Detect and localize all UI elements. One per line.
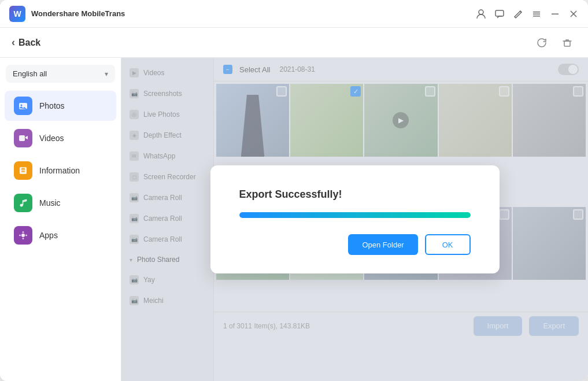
sidebar: English all ▾ Photos Videos Informat: [0, 58, 121, 381]
svg-rect-8: [564, 41, 570, 46]
dialog-buttons: Open Folder OK: [348, 234, 470, 255]
ok-button[interactable]: OK: [425, 234, 471, 255]
svg-rect-4: [533, 16, 540, 17]
svg-rect-5: [552, 13, 559, 14]
svg-point-18: [23, 231, 24, 233]
sidebar-item-information[interactable]: Information: [5, 156, 116, 186]
svg-point-17: [21, 234, 25, 237]
videos-icon: [14, 129, 32, 147]
back-button[interactable]: ‹ Back: [12, 36, 40, 49]
delete-icon[interactable]: [558, 34, 576, 52]
refresh-icon[interactable]: [532, 34, 551, 52]
minimize-icon[interactable]: [550, 9, 560, 19]
progress-bar-track: [239, 212, 471, 218]
svg-rect-14: [21, 171, 25, 172]
app-logo: W: [9, 6, 25, 22]
svg-rect-13: [21, 169, 25, 171]
svg-point-0: [479, 10, 483, 14]
profile-icon[interactable]: [476, 9, 486, 19]
app-window: W Wondershare MobileTrans ‹: [0, 0, 588, 381]
right-panel: ▶ Videos 📷 Screenshots ◎ Live Photos ◈ D…: [121, 58, 588, 381]
information-icon: [14, 161, 32, 180]
apps-icon: [14, 226, 32, 245]
close-icon[interactable]: [568, 9, 579, 19]
apps-label: Apps: [39, 231, 58, 240]
svg-rect-2: [533, 12, 540, 13]
progress-bar-fill: [239, 212, 471, 218]
back-arrow-icon: ‹: [12, 36, 15, 49]
main-content: English all ▾ Photos Videos Informat: [0, 58, 588, 381]
sub-header: ‹ Back: [0, 28, 588, 58]
music-icon: [14, 194, 32, 212]
music-label: Music: [39, 198, 61, 208]
sidebar-item-videos[interactable]: Videos: [5, 123, 116, 153]
app-title: Wondershare MobileTrans: [31, 9, 476, 18]
menu-icon[interactable]: [531, 9, 542, 19]
title-bar: W Wondershare MobileTrans: [0, 0, 588, 28]
photos-label: Photos: [39, 101, 65, 110]
back-label: Back: [19, 38, 40, 48]
dropdown-label: English all: [13, 69, 47, 78]
svg-point-19: [23, 238, 24, 239]
chat-icon[interactable]: [494, 9, 505, 19]
open-folder-button[interactable]: Open Folder: [348, 234, 417, 255]
svg-rect-3: [533, 13, 540, 14]
export-success-dialog: Export Successfully! Open Folder OK: [210, 165, 500, 273]
information-label: Information: [39, 166, 80, 175]
svg-rect-15: [21, 168, 25, 169]
svg-point-10: [21, 105, 23, 106]
language-dropdown[interactable]: English all ▾: [6, 65, 115, 83]
dialog-overlay: Export Successfully! Open Folder OK: [121, 58, 588, 381]
svg-point-21: [25, 235, 27, 236]
videos-label: Videos: [39, 134, 64, 143]
photos-icon: [14, 97, 32, 115]
chevron-down-icon: ▾: [105, 70, 108, 78]
edit-icon[interactable]: [513, 9, 523, 19]
dialog-title: Export Successfully!: [239, 188, 342, 201]
title-bar-controls: [476, 9, 579, 19]
svg-rect-11: [19, 135, 25, 141]
sidebar-item-apps[interactable]: Apps: [5, 220, 116, 250]
svg-point-20: [19, 235, 21, 236]
sidebar-item-photos[interactable]: Photos: [5, 91, 116, 121]
svg-rect-1: [495, 10, 504, 16]
sub-header-actions: [532, 34, 576, 52]
sidebar-item-music[interactable]: Music: [5, 188, 116, 218]
